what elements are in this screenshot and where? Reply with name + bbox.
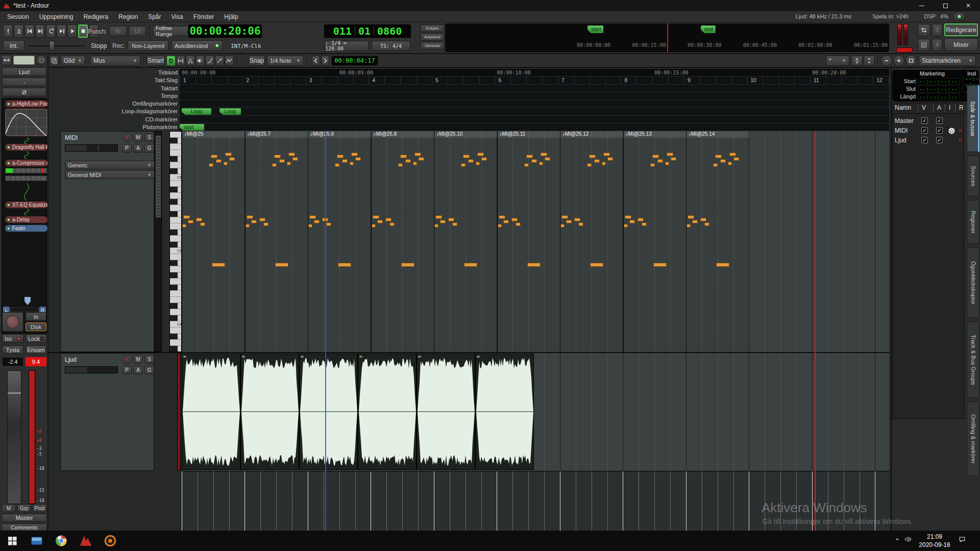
input-button[interactable]: In [26,312,46,321]
midi-note[interactable] [398,163,403,167]
goto-start-button[interactable] [24,24,34,38]
midi-note[interactable] [200,222,205,226]
midi-note[interactable] [350,162,354,165]
grab-tool-button[interactable] [166,56,176,66]
midi-note[interactable] [452,222,457,226]
midi-note[interactable] [337,155,344,158]
tray-chevron-icon[interactable]: ⌃ [891,535,903,547]
piano-key-C[interactable]: C6 [170,174,182,181]
primary-clock[interactable]: 00:00:20:06 [188,24,262,38]
start-button[interactable] [0,531,24,551]
piano-key-B[interactable] [170,328,182,334]
midi-note[interactable] [292,157,298,161]
piano-key-F[interactable] [170,144,182,150]
sidebar-tab-6[interactable]: Omfång & markörer [967,402,979,476]
midi-note[interactable] [308,224,312,228]
audio-gain-slider[interactable] [65,366,118,373]
piano-key-E[interactable] [170,223,182,230]
midi-note[interactable] [259,218,265,221]
piano-key-G[interactable] [170,132,182,138]
mixer-window-icon-button[interactable] [918,39,930,51]
piano-key-D#[interactable] [170,230,182,236]
midi-note[interactable] [578,222,583,226]
expand-tracks-button[interactable] [864,56,875,66]
menu-region[interactable]: Region [113,12,143,22]
ruler-row-7[interactable] [180,116,889,123]
piano-key-D[interactable] [170,162,182,168]
meter-point-m[interactable]: M [2,504,16,512]
volume-icon[interactable] [904,536,912,543]
meter-point-post[interactable]: Post [32,504,47,512]
midi-note[interactable] [461,163,465,167]
piano-key-F#[interactable] [170,285,182,291]
menu-spår[interactable]: Spår [143,12,166,22]
piano-black-key[interactable] [170,242,178,247]
nudge-forward-button[interactable] [321,56,329,66]
midi-note[interactable] [590,263,603,267]
piano-key-B[interactable] [170,181,182,187]
audio-region[interactable]: w [240,354,299,470]
midi-note[interactable] [287,162,291,165]
midi-note[interactable] [594,159,600,163]
nudge-clock[interactable]: 00:00:04:17 [331,56,378,66]
selection-clock[interactable]: --:--:--:-- [918,93,960,100]
grid-unit-dropdown[interactable]: 1/4 Note▼ [267,56,304,66]
piano-key-A[interactable] [170,340,182,346]
midi-note[interactable] [400,155,407,158]
audio-rec-enable-button[interactable] [122,355,132,364]
midi-note[interactable] [545,157,550,161]
processor-a-compressor-ste[interactable]: a-Compressor ste [5,160,47,166]
piano-keyboard[interactable]: C6C5C4 [169,131,182,352]
processor-a-delay[interactable]: a-Delay [5,216,47,223]
zoom-session-button[interactable] [905,55,917,66]
feedback-led-button[interactable] [953,12,965,21]
piano-black-key[interactable] [170,168,178,174]
midi-track-header[interactable]: MIDI M S P A G Generic▼ General MIDI▼ [60,131,154,352]
midi-note[interactable] [652,155,659,158]
layers-icon-button[interactable] [50,56,59,66]
processor-led[interactable] [7,102,11,106]
midi-note[interactable] [225,153,232,156]
solo-stack-ensam[interactable]: Ensam [421,24,444,32]
table-row-master[interactable]: Master✓✓ [893,116,964,126]
midi-note[interactable] [414,153,421,156]
midi-automation-button[interactable]: A [133,144,143,153]
processor-led[interactable] [7,227,11,231]
processor-led[interactable] [7,218,11,222]
midi-note[interactable] [566,220,572,223]
midi-note[interactable] [309,215,316,219]
midi-note[interactable] [602,162,606,165]
midi-note[interactable] [413,162,417,165]
comments-button[interactable]: Comments [2,523,47,531]
midi-note[interactable] [574,218,580,221]
close-button[interactable]: ✕ [957,0,980,11]
editor-window-icon-button[interactable] [918,24,930,36]
goto-end-button[interactable] [35,24,45,38]
piano-black-key[interactable] [170,138,178,143]
strip-output-button[interactable]: Ljud [2,67,46,76]
midi-note[interactable] [229,157,235,161]
midi-gain-slider[interactable] [65,144,118,152]
midi-note[interactable] [481,157,487,161]
record-knob-button[interactable] [2,312,23,332]
midi-note[interactable] [688,215,694,219]
midi-note[interactable] [419,157,424,161]
strip-name-field[interactable] [13,56,35,65]
visible-checkbox[interactable]: ✓ [921,137,928,143]
zoom-in-button[interactable] [893,55,904,66]
taskbar-app-explorer-icon[interactable] [24,531,49,551]
selection-clock[interactable]: --:--:--:-- [918,78,960,85]
piano-key-C[interactable]: C4 [170,321,182,328]
midi-note[interactable] [511,218,518,221]
midi-note[interactable] [499,215,505,219]
peak-display[interactable]: 9.4 [26,357,46,366]
stop-button[interactable] [78,24,88,38]
processor-a-high-low-pass[interactable]: a-High/Low Pass [5,101,47,107]
midi-note[interactable] [657,159,663,163]
midi-scroomer[interactable] [155,131,162,352]
midi-rec-enable-button[interactable] [122,133,132,142]
window-4-button[interactable]: 4 [932,39,942,51]
audio-region[interactable]: w [475,354,534,470]
midi-note[interactable] [389,222,395,226]
snap-button[interactable]: Snap [249,56,265,66]
